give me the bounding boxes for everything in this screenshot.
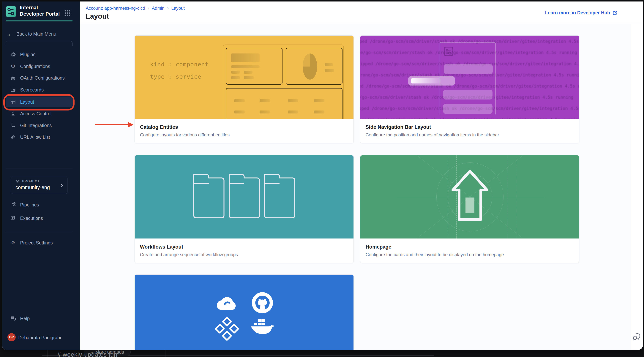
sidebar-item-label: Configurations xyxy=(20,64,50,69)
card-homepage[interactable]: Homepage Configure the cards and their l… xyxy=(360,155,579,263)
idp-logo-icon xyxy=(6,6,16,17)
card-footer: Homepage Configure the cards and their l… xyxy=(360,238,579,263)
main-area: Account: app-harness-ng-cicd › Admin › L… xyxy=(80,2,643,350)
diamond-grid-icon xyxy=(212,315,242,344)
sidebar-item-pipelines[interactable]: Pipelines xyxy=(6,199,73,210)
sidebar-item-label: OAuth Configurations xyxy=(20,75,65,81)
folders-icon xyxy=(192,169,296,225)
background-window-divider xyxy=(165,350,166,357)
github-icon xyxy=(252,292,273,314)
sidebar-item-layout[interactable]: Layout xyxy=(6,96,73,107)
background-window-divider xyxy=(47,350,48,357)
sidebar-item-url-allow-list[interactable]: URL Allow List xyxy=(6,132,73,142)
user-name[interactable]: Debabrata Panigrahi xyxy=(18,335,61,340)
git-branch-icon xyxy=(10,122,16,128)
arrow-left-icon: ← xyxy=(8,31,14,37)
app-switcher-icon[interactable] xyxy=(64,9,71,18)
sidebar: Internal Developer Portal ← Back to Main… xyxy=(2,2,80,350)
sidebar-item-label: Layout xyxy=(20,99,34,105)
brand-accent-rule xyxy=(6,20,73,22)
learn-more-label: Learn more in Developer Hub xyxy=(545,10,610,16)
workflows-preview xyxy=(135,156,354,238)
sidebar-item-label: Access Control xyxy=(20,111,52,116)
preview-code-line: kind : component xyxy=(150,61,209,68)
nav-placeholder-bar xyxy=(444,64,493,74)
card-title: Side Navigation Bar Layout xyxy=(366,124,574,130)
gears-icon: ⚙ xyxy=(10,64,16,69)
google-cloud-icon xyxy=(216,294,238,312)
chat-bubbles-icon xyxy=(633,332,641,340)
app-window: Internal Developer Portal ← Back to Main… xyxy=(2,2,643,350)
avatar-initials: DP xyxy=(9,335,14,339)
docker-icon xyxy=(251,318,275,338)
sidenav-preview: skipped /drone/go-scm/scm/driver/stash o… xyxy=(360,36,579,119)
project-selector[interactable]: PROJECT community-eng xyxy=(11,177,68,194)
sidebar-item-label: Scorecards xyxy=(20,87,44,92)
avatar[interactable]: DP xyxy=(8,333,16,341)
card-description: Configure layouts for various different … xyxy=(140,132,348,138)
preview-wire-card xyxy=(286,48,342,84)
breadcrumb: Account: app-harness-ng-cicd › Admin › L… xyxy=(86,6,185,11)
lock-icon xyxy=(10,75,16,81)
sidebar-item-label: Help xyxy=(20,316,30,321)
layout-icon xyxy=(10,99,16,105)
idp-logo-outline-icon xyxy=(444,46,453,56)
sidebar-item-executions[interactable]: Executions xyxy=(6,213,73,224)
card-catalog-entities[interactable]: kind : component type : service xyxy=(134,36,354,143)
feedback-chat-button[interactable] xyxy=(633,332,641,341)
slack-channel-name: # weekly-updates-idn xyxy=(58,351,118,357)
homepage-preview xyxy=(360,156,579,238)
sidebar-item-project-settings[interactable]: ⚙ Project Settings xyxy=(6,238,73,248)
help-chat-icon: ? xyxy=(10,316,16,321)
learn-more-link[interactable]: Learn more in Developer Hub xyxy=(545,10,618,16)
back-to-main-menu[interactable]: ← Back to Main Menu xyxy=(8,30,74,38)
sidebar-item-help[interactable]: ? Help xyxy=(6,313,73,324)
card-connectors[interactable] xyxy=(134,274,354,350)
stack-icon xyxy=(15,179,20,185)
menu-panel-border xyxy=(6,41,73,46)
breadcrumb-admin[interactable]: Admin xyxy=(152,6,164,11)
breadcrumb-separator: › xyxy=(167,6,169,11)
pie-chart-shape xyxy=(302,54,317,80)
scorecard-icon xyxy=(10,87,16,92)
sidebar-item-label: Executions xyxy=(20,216,43,221)
sidebar-item-oauth-configurations[interactable]: OAuth Configurations xyxy=(6,72,73,83)
sidebar-item-git-integrations[interactable]: Git Integrations xyxy=(6,120,73,131)
card-side-navigation-bar-layout[interactable]: skipped /drone/go-scm/scm/driver/stash o… xyxy=(360,36,579,143)
card-footer: Catalog Entities Configure layouts for v… xyxy=(135,119,354,143)
sidebar-item-scorecards[interactable]: Scorecards xyxy=(6,84,73,95)
back-label: Back to Main Menu xyxy=(16,31,56,37)
external-link-icon xyxy=(612,10,618,16)
nav-placeholder-bar-active xyxy=(408,76,455,86)
project-eyebrow: PROJECT xyxy=(22,180,40,183)
breadcrumb-separator: › xyxy=(148,6,149,11)
pipelines-icon xyxy=(10,202,16,208)
divider xyxy=(6,168,73,168)
card-description: Create and arrange sequence of workflow … xyxy=(140,252,348,257)
executions-icon xyxy=(10,216,16,221)
nav-placeholder-bar xyxy=(443,104,492,114)
sidebar-item-label: Git Integrations xyxy=(20,123,52,128)
brand-title: Internal Developer Portal xyxy=(20,4,61,17)
breadcrumb-account[interactable]: Account: app-harness-ng-cicd xyxy=(86,6,145,11)
divider xyxy=(6,231,73,231)
desktop-background: ⌄ More unreads # weekly-updates-idn Inte… xyxy=(0,0,644,357)
preview-code-line: type : service xyxy=(150,73,201,80)
card-title: Workflows Layout xyxy=(140,244,348,250)
breadcrumb-current[interactable]: Layout xyxy=(171,6,185,11)
card-title: Catalog Entities xyxy=(140,124,348,130)
svg-text:?: ? xyxy=(12,316,13,319)
house-icon xyxy=(442,168,498,226)
sidebar-item-label: Plugins xyxy=(20,52,36,57)
card-description: Configure the cards and their layout to … xyxy=(366,252,574,257)
link-icon xyxy=(10,134,16,140)
sidebar-item-access-control[interactable]: Access Control xyxy=(6,108,73,119)
card-workflows-layout[interactable]: Workflows Layout Create and arrange sequ… xyxy=(134,155,354,263)
sidebar-item-configurations[interactable]: ⚙ Configurations xyxy=(6,61,73,72)
catalog-entities-preview: kind : component type : service xyxy=(135,36,354,119)
idp-logo[interactable] xyxy=(6,6,16,17)
card-footer: Side Navigation Bar Layout Configure the… xyxy=(360,119,579,143)
gear-icon: ⚙ xyxy=(10,240,16,246)
sidebar-item-label: Project Settings xyxy=(20,240,53,246)
sidebar-item-plugins[interactable]: Plugins xyxy=(6,49,73,60)
